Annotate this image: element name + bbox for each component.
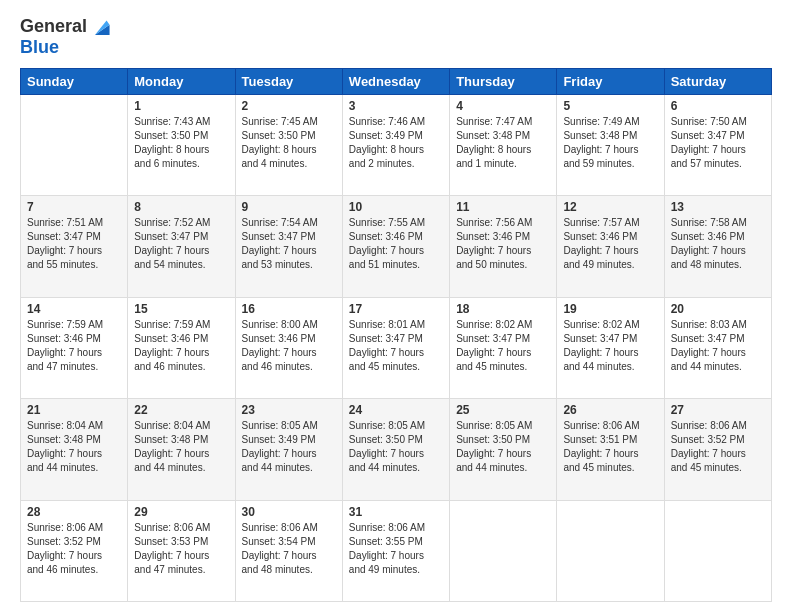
cell-w5-d1: 28 Sunrise: 8:06 AM Sunset: 3:52 PM Dayl… [21, 500, 128, 601]
day-info: Sunrise: 8:06 AM Sunset: 3:53 PM Dayligh… [134, 521, 228, 577]
cell-w1-d3: 2 Sunrise: 7:45 AM Sunset: 3:50 PM Dayli… [235, 95, 342, 196]
day-number: 3 [349, 99, 443, 113]
header-monday: Monday [128, 69, 235, 95]
sunset-text: Sunset: 3:47 PM [456, 332, 550, 346]
calendar: SundayMondayTuesdayWednesdayThursdayFrid… [20, 68, 772, 602]
week-row-2: 7 Sunrise: 7:51 AM Sunset: 3:47 PM Dayli… [21, 196, 772, 297]
sunrise-text: Sunrise: 7:59 AM [134, 318, 228, 332]
daylight-text: Daylight: 7 hours and 45 minutes. [671, 447, 765, 475]
cell-w3-d7: 20 Sunrise: 8:03 AM Sunset: 3:47 PM Dayl… [664, 297, 771, 398]
cell-w1-d2: 1 Sunrise: 7:43 AM Sunset: 3:50 PM Dayli… [128, 95, 235, 196]
cell-w3-d5: 18 Sunrise: 8:02 AM Sunset: 3:47 PM Dayl… [450, 297, 557, 398]
sunrise-text: Sunrise: 8:06 AM [242, 521, 336, 535]
day-number: 25 [456, 403, 550, 417]
daylight-text: Daylight: 7 hours and 50 minutes. [456, 244, 550, 272]
day-info: Sunrise: 7:52 AM Sunset: 3:47 PM Dayligh… [134, 216, 228, 272]
daylight-text: Daylight: 7 hours and 54 minutes. [134, 244, 228, 272]
day-number: 21 [27, 403, 121, 417]
sunrise-text: Sunrise: 7:54 AM [242, 216, 336, 230]
daylight-text: Daylight: 7 hours and 45 minutes. [563, 447, 657, 475]
daylight-text: Daylight: 7 hours and 46 minutes. [27, 549, 121, 577]
day-number: 2 [242, 99, 336, 113]
day-info: Sunrise: 8:06 AM Sunset: 3:55 PM Dayligh… [349, 521, 443, 577]
sunrise-text: Sunrise: 7:47 AM [456, 115, 550, 129]
sunset-text: Sunset: 3:47 PM [349, 332, 443, 346]
daylight-text: Daylight: 7 hours and 51 minutes. [349, 244, 443, 272]
daylight-text: Daylight: 7 hours and 59 minutes. [563, 143, 657, 171]
daylight-text: Daylight: 7 hours and 48 minutes. [242, 549, 336, 577]
day-info: Sunrise: 7:58 AM Sunset: 3:46 PM Dayligh… [671, 216, 765, 272]
sunrise-text: Sunrise: 8:04 AM [27, 419, 121, 433]
sunrise-text: Sunrise: 7:46 AM [349, 115, 443, 129]
sunrise-text: Sunrise: 7:49 AM [563, 115, 657, 129]
daylight-text: Daylight: 7 hours and 57 minutes. [671, 143, 765, 171]
sunrise-text: Sunrise: 8:06 AM [563, 419, 657, 433]
sunset-text: Sunset: 3:46 PM [563, 230, 657, 244]
day-info: Sunrise: 8:01 AM Sunset: 3:47 PM Dayligh… [349, 318, 443, 374]
daylight-text: Daylight: 7 hours and 49 minutes. [563, 244, 657, 272]
sunset-text: Sunset: 3:47 PM [671, 129, 765, 143]
day-number: 1 [134, 99, 228, 113]
logo-general: General [20, 16, 87, 37]
cell-w1-d6: 5 Sunrise: 7:49 AM Sunset: 3:48 PM Dayli… [557, 95, 664, 196]
week-row-3: 14 Sunrise: 7:59 AM Sunset: 3:46 PM Dayl… [21, 297, 772, 398]
daylight-text: Daylight: 7 hours and 44 minutes. [563, 346, 657, 374]
cell-w4-d6: 26 Sunrise: 8:06 AM Sunset: 3:51 PM Dayl… [557, 399, 664, 500]
cell-w2-d6: 12 Sunrise: 7:57 AM Sunset: 3:46 PM Dayl… [557, 196, 664, 297]
day-info: Sunrise: 8:02 AM Sunset: 3:47 PM Dayligh… [456, 318, 550, 374]
logo-bird-icon [89, 17, 111, 37]
sunset-text: Sunset: 3:48 PM [456, 129, 550, 143]
header-saturday: Saturday [664, 69, 771, 95]
daylight-text: Daylight: 7 hours and 45 minutes. [456, 346, 550, 374]
day-number: 10 [349, 200, 443, 214]
daylight-text: Daylight: 7 hours and 45 minutes. [349, 346, 443, 374]
cell-w3-d3: 16 Sunrise: 8:00 AM Sunset: 3:46 PM Dayl… [235, 297, 342, 398]
header-sunday: Sunday [21, 69, 128, 95]
sunset-text: Sunset: 3:52 PM [671, 433, 765, 447]
sunset-text: Sunset: 3:54 PM [242, 535, 336, 549]
cell-w2-d7: 13 Sunrise: 7:58 AM Sunset: 3:46 PM Dayl… [664, 196, 771, 297]
daylight-text: Daylight: 7 hours and 55 minutes. [27, 244, 121, 272]
sunrise-text: Sunrise: 8:06 AM [134, 521, 228, 535]
daylight-text: Daylight: 7 hours and 44 minutes. [349, 447, 443, 475]
sunset-text: Sunset: 3:47 PM [242, 230, 336, 244]
cell-w3-d6: 19 Sunrise: 8:02 AM Sunset: 3:47 PM Dayl… [557, 297, 664, 398]
day-info: Sunrise: 8:03 AM Sunset: 3:47 PM Dayligh… [671, 318, 765, 374]
day-info: Sunrise: 8:00 AM Sunset: 3:46 PM Dayligh… [242, 318, 336, 374]
sunrise-text: Sunrise: 8:06 AM [27, 521, 121, 535]
sunrise-text: Sunrise: 8:05 AM [456, 419, 550, 433]
cell-w4-d5: 25 Sunrise: 8:05 AM Sunset: 3:50 PM Dayl… [450, 399, 557, 500]
cell-w2-d3: 9 Sunrise: 7:54 AM Sunset: 3:47 PM Dayli… [235, 196, 342, 297]
sunset-text: Sunset: 3:47 PM [134, 230, 228, 244]
header: General Blue [20, 16, 772, 58]
daylight-text: Daylight: 8 hours and 6 minutes. [134, 143, 228, 171]
day-info: Sunrise: 7:47 AM Sunset: 3:48 PM Dayligh… [456, 115, 550, 171]
cell-w5-d4: 31 Sunrise: 8:06 AM Sunset: 3:55 PM Dayl… [342, 500, 449, 601]
cell-w5-d7 [664, 500, 771, 601]
day-number: 20 [671, 302, 765, 316]
sunset-text: Sunset: 3:48 PM [563, 129, 657, 143]
sunrise-text: Sunrise: 7:43 AM [134, 115, 228, 129]
sunrise-text: Sunrise: 8:00 AM [242, 318, 336, 332]
sunset-text: Sunset: 3:53 PM [134, 535, 228, 549]
day-number: 22 [134, 403, 228, 417]
sunset-text: Sunset: 3:50 PM [349, 433, 443, 447]
cell-w4-d3: 23 Sunrise: 8:05 AM Sunset: 3:49 PM Dayl… [235, 399, 342, 500]
day-info: Sunrise: 7:51 AM Sunset: 3:47 PM Dayligh… [27, 216, 121, 272]
daylight-text: Daylight: 7 hours and 47 minutes. [27, 346, 121, 374]
cell-w4-d2: 22 Sunrise: 8:04 AM Sunset: 3:48 PM Dayl… [128, 399, 235, 500]
sunset-text: Sunset: 3:48 PM [27, 433, 121, 447]
page: General Blue SundayMondayTuesdayWednesda… [0, 0, 792, 612]
day-info: Sunrise: 8:05 AM Sunset: 3:49 PM Dayligh… [242, 419, 336, 475]
day-info: Sunrise: 7:46 AM Sunset: 3:49 PM Dayligh… [349, 115, 443, 171]
daylight-text: Daylight: 7 hours and 49 minutes. [349, 549, 443, 577]
calendar-body: 1 Sunrise: 7:43 AM Sunset: 3:50 PM Dayli… [21, 95, 772, 602]
day-number: 8 [134, 200, 228, 214]
sunrise-text: Sunrise: 7:59 AM [27, 318, 121, 332]
calendar-header: SundayMondayTuesdayWednesdayThursdayFrid… [21, 69, 772, 95]
header-friday: Friday [557, 69, 664, 95]
sunrise-text: Sunrise: 8:06 AM [671, 419, 765, 433]
day-number: 11 [456, 200, 550, 214]
header-thursday: Thursday [450, 69, 557, 95]
cell-w4-d7: 27 Sunrise: 8:06 AM Sunset: 3:52 PM Dayl… [664, 399, 771, 500]
